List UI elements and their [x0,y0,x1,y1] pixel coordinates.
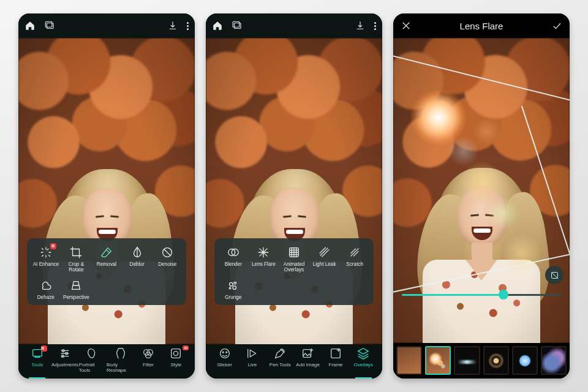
nav-label: Style [170,362,181,368]
tool-light-leak[interactable]: Light Leak [309,246,340,273]
tool-crop-rotate[interactable]: Crop & Rotate [61,246,92,273]
nav-label: Frame [328,362,342,368]
style-icon [169,347,183,360]
gallery-icon[interactable] [44,20,55,31]
nav-adjustments[interactable]: Adjustments [51,347,78,377]
preset-original[interactable] [396,346,422,375]
nav-tools[interactable]: N Tools [23,347,51,377]
screen-title: Lens Flare [412,21,551,31]
tool-animated-overlays[interactable]: Animated Overlays [279,246,309,273]
svg-point-20 [233,286,236,290]
preset-flare-blue[interactable] [512,346,538,375]
animated-icon [287,246,301,259]
flare-bokeh [473,118,501,146]
nav-label: Live [248,362,257,368]
flare-bokeh [486,197,519,230]
bottom-nav: Sticker Live Pen Tools Add Image Frame O… [206,344,382,379]
canvas-preview[interactable]: N AI Enhance Crop & Rotate Removal Deblu… [18,38,195,344]
eraser-icon [100,246,113,259]
nav-live[interactable]: Live [238,347,266,377]
tool-scratch[interactable]: Scratch [339,246,370,273]
slider-fill [402,294,503,296]
close-icon[interactable] [401,20,412,31]
nav-label: Filter [143,362,154,368]
svg-rect-25 [303,350,311,358]
nav-label: Tools [31,362,43,368]
nav-style[interactable]: AI Style [162,347,190,377]
nav-overlays[interactable]: Overlays [350,347,377,377]
svg-rect-0 [47,23,54,29]
tool-label: Grunge [225,295,241,300]
sticker-icon [218,347,232,360]
tool-label: Perspective [63,295,89,300]
nav-label: Overlays [354,362,374,368]
svg-rect-14 [233,21,239,27]
nav-label: Portrait Tools [79,362,107,373]
nav-body-reshape[interactable]: Body Reshape [107,347,134,377]
overlays-icon [356,347,370,360]
tool-label: Light Leak [313,262,336,267]
tool-label: Removal [97,262,116,267]
gallery-icon[interactable] [232,20,243,31]
tool-denoise[interactable]: Denoise [152,246,183,273]
nav-label: Add Image [296,362,320,368]
nav-portrait-tools[interactable]: Portrait Tools [79,347,107,377]
intensity-slider[interactable] [402,288,561,301]
tools-panel: N AI Enhance Crop & Rotate Removal Deblu… [27,238,186,305]
more-icon[interactable] [187,22,189,30]
nav-pen-tools[interactable]: Pen Tools [266,347,294,377]
bottom-nav: N Tools Adjustments Portrait Tools Body … [18,344,195,379]
tool-grunge[interactable]: Grunge [218,279,249,300]
svg-rect-1 [45,21,52,27]
preset-flare-dark-1[interactable] [454,346,480,375]
home-icon[interactable] [24,20,36,31]
more-icon[interactable] [374,22,376,30]
tool-label: Crop & Rotate [61,262,92,273]
preset-flare-nebula[interactable] [541,346,567,375]
tool-blender[interactable]: Blender [218,246,249,273]
canvas-preview[interactable]: Blender Lens Flare Animated Overlays Lig… [206,38,382,344]
nav-filter[interactable]: Filter [134,347,162,377]
tool-dehaze[interactable]: Dehaze [31,279,61,300]
overlays-panel: Blender Lens Flare Animated Overlays Lig… [214,238,374,305]
slider-thumb[interactable] [499,290,508,300]
top-bar [206,13,382,38]
tool-removal[interactable]: Removal [91,246,122,273]
light-leak-icon [318,246,331,259]
tool-label: Dehaze [37,295,55,300]
nav-label: Sticker [217,362,232,368]
add-image-icon [301,347,315,360]
nav-sticker[interactable]: Sticker [211,347,238,377]
svg-point-18 [229,282,233,286]
tool-lens-flare[interactable]: Lens Flare [249,246,279,273]
flare-bokeh [461,160,503,203]
live-icon [246,347,259,360]
body-icon [114,347,127,360]
dehaze-icon [39,279,53,292]
filter-icon [141,347,155,360]
lens-flare-icon [257,246,270,259]
preset-flare-ring[interactable] [483,346,509,375]
tool-label: Blender [225,262,242,267]
nav-frame[interactable]: Frame [322,347,349,377]
svg-point-23 [222,352,224,353]
preset-flare-warm-1[interactable] [425,346,451,375]
tool-perspective[interactable]: Perspective [61,279,92,300]
scratch-icon [348,246,361,259]
tool-deblur[interactable]: Deblur [122,246,153,273]
perspective-icon [69,279,83,292]
svg-rect-11 [172,349,181,358]
home-icon[interactable] [212,20,223,31]
invert-button[interactable] [545,266,564,284]
confirm-icon[interactable] [551,20,562,31]
canvas-preview-flare[interactable] [393,38,570,343]
tool-label: Scratch [346,262,363,267]
download-icon[interactable] [167,20,178,31]
nav-add-image[interactable]: Add Image [294,347,322,377]
download-icon[interactable] [355,20,366,31]
tool-ai-enhance[interactable]: N AI Enhance [31,246,61,273]
svg-point-24 [225,352,227,353]
svg-point-19 [234,282,236,285]
tool-label: Denoise [158,262,176,267]
svg-rect-13 [235,23,241,29]
